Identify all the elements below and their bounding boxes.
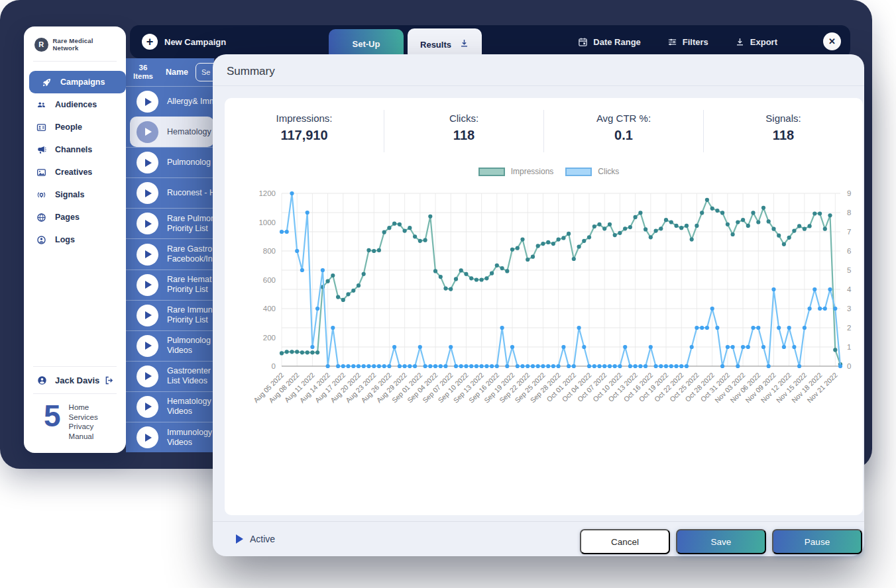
campaign-row[interactable]: Rare ImmunPriority List <box>126 300 214 330</box>
impressions-swatch <box>478 168 505 176</box>
play-button[interactable] <box>137 244 158 266</box>
play-icon <box>145 372 152 380</box>
audiences-icon <box>36 100 46 110</box>
campaign-name: Hematology <box>167 127 211 137</box>
svg-text:9: 9 <box>847 189 851 197</box>
legend-clicks[interactable]: Clicks <box>565 167 619 176</box>
sidebar-item-signals[interactable]: Signals <box>24 183 126 206</box>
play-icon <box>145 189 152 197</box>
date-range-button[interactable]: Date Range <box>578 37 641 47</box>
sidebar-item-label: Channels <box>55 145 92 154</box>
play-button[interactable] <box>137 396 158 418</box>
footer-link-services[interactable]: Services <box>69 413 98 422</box>
sidebar-item-campaigns[interactable]: Campaigns <box>29 71 126 93</box>
svg-text:7: 7 <box>847 228 851 236</box>
svg-text:400: 400 <box>263 305 276 313</box>
play-button[interactable] <box>137 91 158 113</box>
campaign-row[interactable]: Hematology <box>130 117 214 147</box>
sidebar-item-channels[interactable]: Channels <box>24 138 126 161</box>
modal-title: Summary <box>227 65 275 78</box>
play-button[interactable] <box>137 213 158 234</box>
play-button[interactable] <box>137 335 158 357</box>
campaign-row[interactable]: ImmunologyVideos <box>126 422 214 452</box>
campaign-name: Allergy& Imm <box>167 97 214 107</box>
user-icon <box>37 375 47 385</box>
campaign-row[interactable]: Rare PulmonPriority List <box>126 208 214 238</box>
play-button[interactable] <box>137 182 158 204</box>
campaign-name: PulmonologVideos <box>167 336 211 356</box>
svg-text:8: 8 <box>847 209 851 217</box>
footer-link-manual[interactable]: Manual <box>69 432 98 442</box>
sidebar-item-logs[interactable]: Logs <box>24 228 126 251</box>
campaign-name: GastroenterList Videos <box>167 366 211 386</box>
new-campaign-button[interactable]: + New Campaign <box>130 34 226 50</box>
campaign-row[interactable]: Pulmonolog <box>126 147 214 177</box>
campaign-row[interactable]: Rare GastroFacebook/In <box>126 238 214 269</box>
play-icon <box>145 281 152 289</box>
campaign-row[interactable]: Allergy& Imm <box>126 86 214 117</box>
svg-text:200: 200 <box>263 334 276 342</box>
logout-icon[interactable] <box>104 375 114 385</box>
play-button[interactable] <box>137 152 158 173</box>
calendar-icon <box>578 37 588 47</box>
chart-legend: Impressions Clicks <box>241 167 857 176</box>
play-button[interactable] <box>137 305 158 326</box>
divider <box>213 85 864 86</box>
signals-icon <box>36 190 46 200</box>
user-name: Jack Davis <box>55 375 104 385</box>
sidebar-item-creatives[interactable]: Creatives <box>24 161 126 183</box>
play-button[interactable] <box>137 426 158 448</box>
sidebar-item-label: People <box>55 122 82 132</box>
play-icon <box>145 434 152 442</box>
svg-text:4: 4 <box>847 285 852 293</box>
svg-text:0: 0 <box>847 362 851 370</box>
brand-name: Rare Medical Network <box>53 37 119 52</box>
sidebar-item-label: Signals <box>55 190 84 199</box>
footer-link-privacy[interactable]: Privacy <box>69 422 98 432</box>
filters-button[interactable]: Filters <box>667 37 708 47</box>
svg-text:5: 5 <box>847 266 851 274</box>
pause-button[interactable]: Pause <box>772 529 862 554</box>
svg-text:600: 600 <box>263 276 276 284</box>
save-button[interactable]: Save <box>676 529 766 554</box>
play-icon <box>145 98 152 106</box>
footer-link-home[interactable]: Home <box>69 403 98 413</box>
divider <box>33 61 117 62</box>
status-active[interactable]: Active <box>236 534 275 544</box>
campaign-name: Rare PulmonPriority List <box>167 214 214 234</box>
plus-icon: + <box>142 34 158 50</box>
download-icon <box>459 38 469 50</box>
campaign-row[interactable]: GastroenterList Videos <box>126 361 214 391</box>
svg-text:1000: 1000 <box>258 219 276 226</box>
user-row: Jack Davis <box>24 367 126 393</box>
sidebar-item-audiences[interactable]: Audiences <box>24 93 126 116</box>
export-button[interactable]: Export <box>735 37 777 47</box>
legend-impressions[interactable]: Impressions <box>478 167 554 176</box>
play-button[interactable] <box>137 121 158 143</box>
play-button[interactable] <box>137 366 158 387</box>
campaign-row[interactable]: PulmonologVideos <box>126 330 214 361</box>
pages-icon <box>36 213 46 222</box>
close-button[interactable]: ✕ <box>823 32 841 50</box>
svg-text:1200: 1200 <box>258 189 276 197</box>
campaign-row[interactable]: Rare HematPriority List <box>126 270 214 300</box>
sidebar-item-people[interactable]: People <box>24 116 126 138</box>
summary-modal: Summary Impressions: 117,910 Clicks: 118… <box>213 54 864 556</box>
sidebar-item-label: Logs <box>55 235 75 244</box>
play-icon <box>145 159 152 167</box>
campaign-name: ImmunologyVideos <box>167 428 212 448</box>
rocket-icon <box>41 77 52 87</box>
play-icon <box>145 403 152 411</box>
stat-signals: Signals: 118 <box>704 110 863 152</box>
svg-text:1: 1 <box>847 343 851 351</box>
sidebar-item-pages[interactable]: Pages <box>24 206 126 228</box>
campaign-row[interactable]: Ruconest - H <box>126 177 214 208</box>
campaign-row[interactable]: HematologyVideos <box>126 391 214 422</box>
campaign-name: Rare HematPriority List <box>167 275 211 295</box>
screen: R Rare Medical Network CampaignsAudience… <box>0 0 896 588</box>
play-button[interactable] <box>137 274 158 296</box>
stat-impressions: Impressions: 117,910 <box>225 110 384 152</box>
cancel-button[interactable]: Cancel <box>580 529 670 554</box>
search-button[interactable]: Se <box>196 63 214 81</box>
svg-text:0: 0 <box>272 362 276 370</box>
